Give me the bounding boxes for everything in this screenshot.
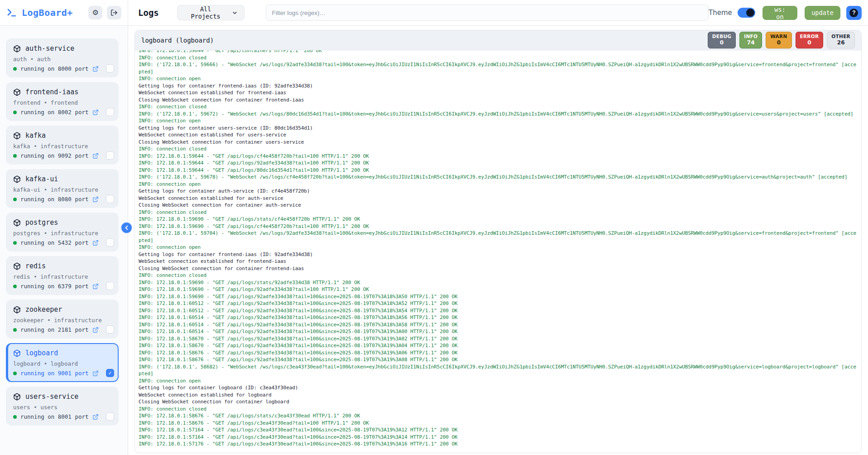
level-badge-label: ERROR xyxy=(800,34,819,39)
log-line: INFO: connection closed xyxy=(139,209,858,216)
log-line: Closing WebSocket connection for contain… xyxy=(139,97,858,104)
service-status: running on 9092 port xyxy=(13,152,111,159)
settings-button[interactable]: ⚙ xyxy=(88,6,103,19)
topbar-main: Logs All Projects Theme ws: on update ? xyxy=(128,0,868,25)
log-line: INFO: 172.18.0.1:59690 - "GET /api/logs/… xyxy=(139,216,858,223)
project-filter-label: All Projects xyxy=(184,5,228,20)
external-link-icon[interactable] xyxy=(92,196,99,203)
log-line: Getting logs for container users-service… xyxy=(139,125,858,132)
level-badge-count: 0 xyxy=(712,39,732,46)
log-line: WebSocket connection established for aut… xyxy=(139,195,858,202)
log-line: INFO: 172.18.0.1:59690 - "GET /api/logs/… xyxy=(139,286,858,293)
service-status-text: running on 8001 port xyxy=(20,413,89,420)
service-card[interactable]: zookeeper zookeeper • infrastructure run… xyxy=(6,300,119,339)
log-panel-header: logboard (logboard) DEBUG 0 INFO 74 WARN… xyxy=(135,30,861,50)
package-icon xyxy=(13,219,21,227)
websocket-status-button[interactable]: ws: on xyxy=(762,6,797,20)
gear-icon: ⚙ xyxy=(92,9,98,16)
update-button[interactable]: update xyxy=(805,6,840,20)
service-status-text: running on 8000 port xyxy=(20,65,89,72)
external-link-icon[interactable] xyxy=(92,153,99,159)
status-dot-icon xyxy=(13,415,17,419)
level-badge[interactable]: INFO 74 xyxy=(739,32,762,48)
log-line: INFO: 172.18.0.1:60514 - "GET /api/logs/… xyxy=(139,328,858,335)
service-card-header: postgres xyxy=(13,218,111,227)
service-card-header: kafka-ui xyxy=(13,175,111,183)
service-checkbox[interactable]: ✓ xyxy=(106,412,114,421)
level-badge[interactable]: OTHER 26 xyxy=(827,32,855,48)
external-link-icon[interactable] xyxy=(92,414,99,420)
service-card[interactable]: kafka kafka • infrastructure running on … xyxy=(6,126,119,165)
service-meta: auth • auth xyxy=(13,56,111,63)
log-line: INFO: 172.18.0.1:58670 - "GET /api/logs/… xyxy=(139,335,858,343)
service-card[interactable]: postgres postgres • infrastructure runni… xyxy=(6,213,119,252)
log-line: Getting logs for container frontend-iaas… xyxy=(139,251,858,258)
log-line: INFO: 172.18.0.1:58676 - "GET /api/logs/… xyxy=(139,356,858,363)
sidebar-collapse-button[interactable] xyxy=(120,222,133,234)
service-status-text: running on 8002 port xyxy=(20,109,89,116)
service-checkbox[interactable]: ✓ xyxy=(106,64,114,73)
service-card[interactable]: kafka-ui kafka-ui • infrastructure runni… xyxy=(6,169,119,208)
service-status: running on 8001 port xyxy=(13,413,111,420)
service-status-text: running on 5432 port xyxy=(20,239,89,246)
log-line: INFO: 172.18.0.1:58676 - "GET /api/logs/… xyxy=(139,420,858,427)
service-card[interactable]: auth-service auth • auth running on 8000… xyxy=(6,39,119,77)
logout-button[interactable] xyxy=(107,6,121,19)
service-checkbox[interactable]: ✓ xyxy=(106,238,114,247)
level-badge[interactable]: WARN 0 xyxy=(766,32,791,48)
service-checkbox[interactable]: ✓ xyxy=(106,282,114,290)
service-card[interactable]: redis redis • infrastructure running on … xyxy=(6,256,119,295)
log-line: INFO: 172.18.0.1:59644 - "GET /api/conta… xyxy=(139,50,858,54)
service-card[interactable]: frontend-iaas frontend • frontend runnin… xyxy=(6,82,119,121)
log-line: INFO: ('172.18.0.1', 59678) - "WebSocket… xyxy=(139,174,858,181)
log-line: INFO: ('172.18.0.1', 59672) - "WebSocket… xyxy=(139,111,858,118)
level-badge-count: 26 xyxy=(831,39,850,46)
service-checkbox[interactable]: ✓ xyxy=(106,195,114,203)
service-checkbox[interactable]: ✓ xyxy=(106,108,114,116)
status-dot-icon xyxy=(13,111,17,114)
terminal-icon xyxy=(6,7,17,18)
service-status-text: running on 6379 port xyxy=(20,283,89,290)
service-card[interactable]: logboard logboard • logboard running on … xyxy=(6,343,119,382)
service-meta: kafka • infrastructure xyxy=(13,143,111,150)
status-dot-icon xyxy=(13,285,17,288)
external-link-icon[interactable] xyxy=(92,327,99,333)
service-status: running on 2181 port xyxy=(13,326,111,333)
service-checkbox[interactable]: ✓ xyxy=(106,151,114,160)
external-link-icon[interactable] xyxy=(92,283,99,290)
package-icon xyxy=(13,262,21,270)
service-card-header: kafka xyxy=(13,131,111,140)
log-scroll-area[interactable]: INFO: 172.18.0.1:59644 - "GET /api/conta… xyxy=(135,50,861,453)
level-badge-label: INFO xyxy=(744,34,758,39)
service-checkbox[interactable]: ✓ xyxy=(106,325,114,334)
level-badge[interactable]: DEBUG 0 xyxy=(708,32,736,48)
log-panel-title: logboard (logboard) xyxy=(141,37,214,44)
service-status: running on 8080 port xyxy=(13,196,111,203)
service-name: auth-service xyxy=(25,44,74,53)
service-meta: postgres • infrastructure xyxy=(13,230,111,237)
log-line: Getting logs for container frontend-iaas… xyxy=(139,82,858,90)
log-line: WebSocket connection established for fro… xyxy=(139,258,858,265)
external-link-icon[interactable] xyxy=(92,109,99,116)
log-filter-input[interactable] xyxy=(266,5,709,21)
service-meta: logboard • logboard xyxy=(13,360,111,367)
log-line: INFO: connection closed xyxy=(139,145,858,153)
level-badge-count: 0 xyxy=(770,39,787,46)
help-button[interactable]: ? xyxy=(846,6,862,20)
service-meta: redis • infrastructure xyxy=(13,273,111,280)
external-link-icon[interactable] xyxy=(92,240,99,246)
service-card[interactable]: users-service users • users running on 8… xyxy=(6,387,119,426)
level-badge[interactable]: ERROR 0 xyxy=(796,32,824,48)
service-status: running on 8000 port xyxy=(13,65,111,72)
log-stream: INFO: 172.18.0.1:59644 - "GET /api/conta… xyxy=(139,50,858,448)
log-line: INFO: connection closed xyxy=(139,54,858,62)
service-checkbox[interactable]: ✓ xyxy=(106,369,114,377)
project-filter-dropdown[interactable]: All Projects xyxy=(177,5,245,20)
log-line: INFO: 172.18.0.1:58670 - "GET /api/logs/… xyxy=(139,342,858,349)
log-line: Getting logs for container auth-service … xyxy=(139,188,858,195)
log-line: INFO: 172.18.0.1:57176 - "GET /api/logs/… xyxy=(139,440,858,448)
log-line: Closing WebSocket connection for contain… xyxy=(139,265,858,272)
external-link-icon[interactable] xyxy=(92,370,99,377)
theme-toggle[interactable] xyxy=(738,8,755,18)
external-link-icon[interactable] xyxy=(92,66,99,72)
